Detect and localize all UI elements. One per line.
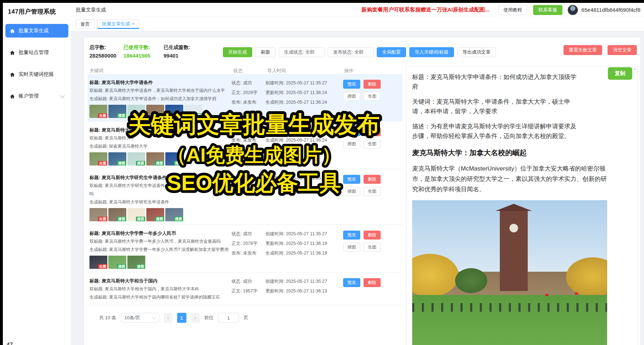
preview-button[interactable]: 预览 — [343, 127, 360, 136]
sidebar-footer-fragment: 47 — [6, 342, 13, 345]
close-tab-icon[interactable]: × — [132, 19, 135, 28]
search-image-button[interactable]: 搜图 — [343, 92, 360, 101]
article-thumbnail[interactable]: 搜图 — [108, 105, 126, 118]
table-body: 标题: 麦克马斯特大学申请条件双标题: 麦克马斯特大学申请条件，麦克马斯特大学相… — [88, 74, 402, 310]
danger-actions: 重置失败文章 清空文章 — [564, 45, 637, 55]
goto-page-input[interactable] — [218, 313, 239, 323]
global-config-button[interactable]: 全局配置 — [377, 47, 406, 57]
article-thumbnail[interactable]: 生图 — [89, 152, 107, 166]
page-size-select[interactable]: 10条/页 — [121, 313, 159, 323]
article-double-title: 双标题: 麦克马斯特大学 — [88, 134, 231, 142]
avatar[interactable] — [567, 5, 578, 15]
preview-button[interactable]: 预览 — [343, 80, 360, 89]
time-line: 生成时间: 2025-05-27 11:36:19 — [265, 248, 342, 258]
generate-image-button[interactable]: 生图 — [364, 139, 381, 148]
home-icon — [10, 94, 15, 99]
table-row[interactable]: 标题: 麦克马斯特大学研究生申请条件双标题: 麦克马斯特大学研究生申请条件，麦克… — [88, 169, 402, 225]
thumbnail-badge: 搜图 — [117, 264, 126, 269]
thumbnail-badge: 搜图 — [174, 217, 183, 221]
table-row[interactable]: 标题: 麦克马斯特大学双标题: 麦克马斯特大学生成标题: 探索麦克马斯特大学生图… — [88, 122, 402, 169]
status-line: 发布: 未发布 — [231, 248, 265, 258]
sidebar-item-batch-site[interactable]: 批量站点管理 — [5, 46, 68, 59]
delete-button[interactable]: 删除 — [364, 278, 381, 287]
tab-batch-article[interactable]: 批量文章生成 × — [97, 19, 140, 29]
generate-image-button[interactable]: 生图 — [364, 92, 381, 101]
thumbnail-badge: 搜图 — [155, 161, 164, 166]
promo-notice[interactable]: 新购套餐用户可联系客服赠送一万张AI原创生成配图... — [362, 6, 490, 13]
sidebar-item-batch-article[interactable]: 批量文章生成 — [5, 24, 68, 38]
delete-button[interactable]: 删除 — [364, 127, 381, 136]
article-thumbnail[interactable]: 搜图 — [127, 105, 145, 118]
reset-failed-button[interactable]: 重置失败文章 — [564, 45, 602, 55]
table-row[interactable]: 标题: 麦克马斯特大学申请条件双标题: 麦克马斯特大学申请条件，麦克马斯特大学相… — [88, 74, 402, 122]
article-thumbnail[interactable]: 搜图 — [165, 152, 183, 166]
article-generated-title: 生成标题: 麦克马斯特大学申请条件：如何成功进入加拿大顶级学府 — [88, 95, 231, 103]
start-generate-button[interactable]: 开始生成 — [223, 47, 252, 57]
copy-button[interactable]: 复制 — [608, 67, 632, 80]
article-thumbnail[interactable]: 生图 — [89, 256, 107, 269]
home-icon — [10, 72, 15, 77]
article-thumbnail[interactable]: 生图 — [89, 105, 107, 118]
prev-page-button[interactable]: ‹ — [164, 313, 172, 323]
article-thumbnail[interactable]: 搜图 — [146, 152, 164, 166]
article-thumbnail[interactable]: 搜图 — [108, 152, 126, 166]
preview-button[interactable]: 预览 — [343, 231, 360, 240]
home-icon — [10, 28, 15, 34]
status-line: 发布: 未发布 — [231, 98, 265, 107]
search-image-button[interactable]: 搜图 — [343, 187, 360, 196]
clear-articles-button[interactable]: 清空文章 — [608, 45, 637, 55]
article-thumbnail[interactable]: 搜图 — [127, 152, 145, 166]
article-thumbnail[interactable]: 搜图 — [146, 208, 164, 221]
preview-button[interactable]: 预览 — [343, 175, 360, 184]
article-thumbnail[interactable]: 搜图 — [184, 105, 202, 118]
delete-button[interactable]: 删除 — [364, 80, 381, 89]
current-page-button[interactable]: 1 — [177, 313, 186, 323]
delete-button[interactable]: 删除 — [364, 175, 381, 184]
generate-image-button[interactable]: 生图 — [364, 187, 381, 196]
keyword-cell: 标题: 麦克马斯特大学学费一年多少人民币双标题: 麦克马斯特大学学费一年多少人民… — [88, 229, 231, 269]
stat-label: 总字数: — [89, 43, 116, 51]
article-thumbnail[interactable]: 搜图 — [127, 208, 145, 221]
article-thumbnail[interactable]: 搜图 — [127, 256, 145, 269]
tab-home[interactable]: 首页 — [76, 19, 94, 29]
status-line: 发布: 未发布 — [231, 135, 265, 145]
contact-support-button[interactable]: 联系客服 — [533, 5, 562, 15]
table-row[interactable]: 标题: 麦克马斯特大学相当于国内双标题: 麦克马斯特大学相当于国内，麦克马斯特大… — [88, 272, 402, 305]
photo-flag — [545, 294, 548, 296]
actions-cell: 预览删除搜图生图 — [342, 173, 387, 221]
export-success-button[interactable]: 导出成功文章 — [457, 47, 496, 57]
generate-image-button[interactable]: 生图 — [364, 243, 381, 252]
article-thumbnail[interactable]: 搜图 — [108, 208, 126, 221]
sidebar-item-account[interactable]: 账户管理 — [5, 89, 68, 103]
search-image-button[interactable]: 搜图 — [343, 243, 360, 252]
next-page-button[interactable]: › — [191, 313, 200, 323]
article-thumbnail[interactable]: 搜图 — [108, 256, 126, 269]
generate-status-select[interactable]: 生成状态: 全部 — [279, 47, 325, 57]
keyword-cell: 标题: 麦克马斯特大学双标题: 麦克马斯特大学生成标题: 探索麦克马斯特大学生图… — [88, 126, 231, 166]
delete-button[interactable]: 删除 — [364, 231, 381, 240]
scrollbar-up-icon[interactable]: ▲ — [633, 67, 637, 71]
time-cell: 创建时间: 2025-05-27 11:35:27更新时间: 2025-05-2… — [265, 78, 342, 118]
page-suffix: 页 — [244, 315, 248, 321]
article-generated-title: 生成标题: 探索麦克马斯特大学 — [88, 142, 231, 151]
time-cell: 创建时间: 2025-05-27 11:35:27生成时间: 2025-05-2… — [265, 126, 342, 166]
time-line: 生成时间: 2025-05-27 11:36:24 — [265, 135, 342, 145]
thumbnail-badge: 搜图 — [174, 113, 183, 118]
article-thumbnail[interactable]: 搜图 — [146, 105, 164, 118]
sidebar-item-label: 批量站点管理 — [19, 49, 49, 56]
article-title: 标题: 麦克马斯特大学 — [88, 126, 231, 134]
publish-status-select[interactable]: 发布状态: 全部 — [328, 47, 374, 57]
search-image-button[interactable]: 搜图 — [343, 139, 360, 148]
article-thumbnail[interactable]: 搜图 — [165, 105, 183, 118]
preview-button[interactable]: 预览 — [343, 278, 360, 287]
refresh-button[interactable]: 刷新 — [255, 47, 275, 57]
sidebar-item-keyword-mining[interactable]: 实时关键词挖掘 — [5, 68, 68, 81]
thumbnail-badge: 搜图 — [117, 217, 126, 221]
status-line: 状态: 成功 — [231, 126, 265, 135]
article-thumbnail[interactable]: 搜图 — [165, 208, 183, 221]
tutorial-button[interactable]: 使用教程 — [498, 5, 527, 15]
article-thumbnail[interactable]: 生图 — [89, 208, 107, 221]
import-keywords-button[interactable]: 导入关键词/标题 — [409, 47, 454, 57]
photo-crowd — [412, 303, 607, 312]
table-row[interactable]: 标题: 麦克马斯特大学学费一年多少人民币双标题: 麦克马斯特大学学费一年多少人民… — [88, 225, 402, 272]
